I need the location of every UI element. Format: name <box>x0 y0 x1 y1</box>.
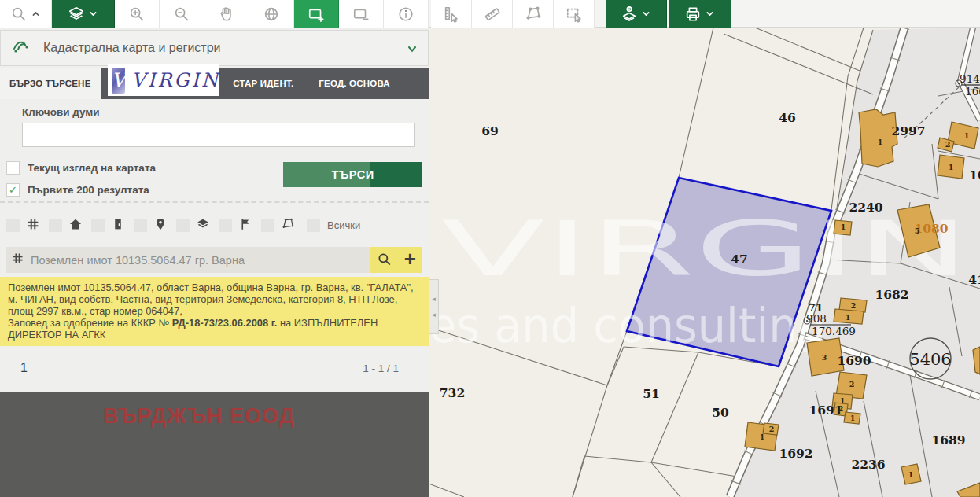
map-label-914: 914 <box>960 72 980 85</box>
first-results-label: Първите 200 резултата <box>28 184 149 196</box>
printer-icon <box>684 6 702 23</box>
hand-icon <box>218 6 235 23</box>
result-row[interactable]: Поземлен имот 10135.5064.47 гр. Варна + <box>6 247 422 273</box>
map-label-166: 166 <box>965 85 980 98</box>
app-header[interactable]: Кадастрална карта и регистри <box>0 30 429 66</box>
chevron-down-icon[interactable] <box>406 42 418 58</box>
tab-4[interactable]: ГЕОД. ОСНОВА <box>309 68 400 99</box>
search-sidebar: Кадастрална карта и регистри БЪРЗО ТЪРСЕ… <box>0 28 429 497</box>
pagination-range: 1 - 1 / 1 <box>363 363 399 374</box>
caret-down-icon <box>87 8 99 20</box>
add-result-icon[interactable]: + <box>404 247 416 271</box>
filter-checkbox-polygon[interactable] <box>261 219 274 232</box>
layers-info-button[interactable] <box>606 0 667 28</box>
sidebar-collapse-handle[interactable]: ◂ ◂ <box>429 279 439 334</box>
pin-icon[interactable] <box>153 217 168 234</box>
layers-button[interactable] <box>52 0 115 28</box>
result-order-number: РД-18-73/23.06.2008 г. <box>172 317 278 329</box>
ruler-pointer-icon <box>443 6 460 23</box>
map-label-732: 732 <box>440 385 465 400</box>
tab-0[interactable]: БЪРЗО ТЪРСЕНЕ <box>0 68 101 99</box>
flag-icon[interactable] <box>238 217 252 234</box>
map-label-41: 41 <box>968 272 980 287</box>
zoom-in-button[interactable] <box>115 0 160 28</box>
filter-row: Всички <box>0 217 429 236</box>
print-button[interactable] <box>669 0 731 28</box>
svg-text:VIRGIN: VIRGIN <box>441 205 970 293</box>
map-label-2236: 2236 <box>851 457 885 472</box>
building-number: 1 <box>908 470 914 479</box>
map-toolbar <box>0 0 980 28</box>
result-order-prefix: Заповед за одобрение на КККР № <box>8 317 172 329</box>
zoom-out-button[interactable] <box>160 0 204 28</box>
info-button[interactable] <box>384 0 429 28</box>
virgin-logo: V VIRGIN <box>108 64 219 96</box>
house-icon[interactable] <box>68 217 83 234</box>
filter-checkbox-flag[interactable] <box>219 219 232 232</box>
kais-logo-icon <box>12 38 31 58</box>
zoom-box-out-button[interactable] <box>339 0 384 28</box>
building-number: 1 <box>850 414 856 422</box>
globe-icon <box>263 6 280 23</box>
result-detail: Поземлен имот 10135.5064.47, област Варн… <box>0 277 429 346</box>
company-watermark: ВЪРДЖЪН ЕООД <box>0 404 398 429</box>
map-label-5406: 5406 <box>909 350 951 369</box>
measure-area-button[interactable] <box>513 0 554 28</box>
building-number: 2 <box>769 425 775 433</box>
search-button[interactable]: ТЪРСИ <box>283 162 422 187</box>
filter-checkbox-all[interactable] <box>307 219 320 232</box>
sidebar-footer: ВЪРДЖЪН ЕООД <box>0 392 429 497</box>
select-button[interactable] <box>554 0 595 28</box>
zoom-to-result-icon[interactable] <box>377 252 392 271</box>
first-results-row: ✓ Първите 200 резултата <box>6 183 149 197</box>
virgin-logo-icon: V <box>112 68 125 94</box>
map-label-1689: 1689 <box>931 433 965 447</box>
map-label-69: 69 <box>481 123 499 138</box>
measure-distance-button[interactable] <box>472 0 513 28</box>
filter-checkbox-house[interactable] <box>49 219 62 232</box>
building-number: 1 <box>964 131 970 140</box>
building-number: 1 <box>878 138 883 146</box>
result-row-text: Поземлен имот 10135.5064.47 гр. Варна <box>31 254 245 267</box>
magnifier-icon <box>10 6 28 23</box>
pagination-page[interactable]: 1 <box>20 361 28 375</box>
pan-button[interactable] <box>204 0 249 28</box>
select-rect-icon <box>566 6 583 23</box>
polygon-icon <box>525 6 542 23</box>
collapse-arrow-icon: ◂ <box>432 295 436 303</box>
map-label-2240: 2240 <box>849 200 882 215</box>
info-circle-icon <box>397 6 414 23</box>
magnifier-plus-icon <box>128 6 146 23</box>
map-label-10: 10 <box>969 168 980 182</box>
building-number: 2 <box>851 301 857 310</box>
filter-checkbox-layers[interactable] <box>176 219 190 232</box>
first-results-checkbox[interactable]: ✓ <box>6 183 20 197</box>
filter-checkbox-building[interactable] <box>91 219 105 232</box>
polygon-icon[interactable] <box>281 217 295 234</box>
globe-button[interactable] <box>249 0 294 28</box>
cadastral-map[interactable]: VIRGIN es and consulting <box>429 28 980 497</box>
map-label-1690: 1690 <box>837 353 871 368</box>
layers-icon[interactable] <box>196 217 210 234</box>
grid-icon[interactable] <box>26 217 40 234</box>
map-label-908: 908 <box>806 312 827 325</box>
filter-checkbox-pin[interactable] <box>134 219 147 232</box>
building-number: 2 <box>849 380 855 388</box>
keywords-input[interactable] <box>22 123 415 147</box>
filter-checkbox-grid[interactable] <box>6 219 20 232</box>
map-label-46: 46 <box>779 110 796 125</box>
layers-icon <box>68 6 85 23</box>
zoom-box-in-button[interactable] <box>294 0 339 28</box>
tab-3[interactable]: СТАР ИДЕНТ. <box>223 68 303 99</box>
parcel-grid-icon <box>11 252 24 268</box>
dashed-separator <box>0 201 429 203</box>
search-button[interactable] <box>0 0 52 28</box>
search-button-dark-segment[interactable] <box>370 162 422 187</box>
map-label-2997: 2997 <box>891 123 925 138</box>
rect-plus-icon <box>308 6 325 23</box>
building-icon[interactable] <box>111 217 125 234</box>
current-view-checkbox[interactable]: ✓ <box>6 161 20 175</box>
filter-all-label: Всички <box>327 219 360 231</box>
measure-scale-button[interactable] <box>431 0 472 28</box>
app-title: Кадастрална карта и регистри <box>43 41 221 55</box>
